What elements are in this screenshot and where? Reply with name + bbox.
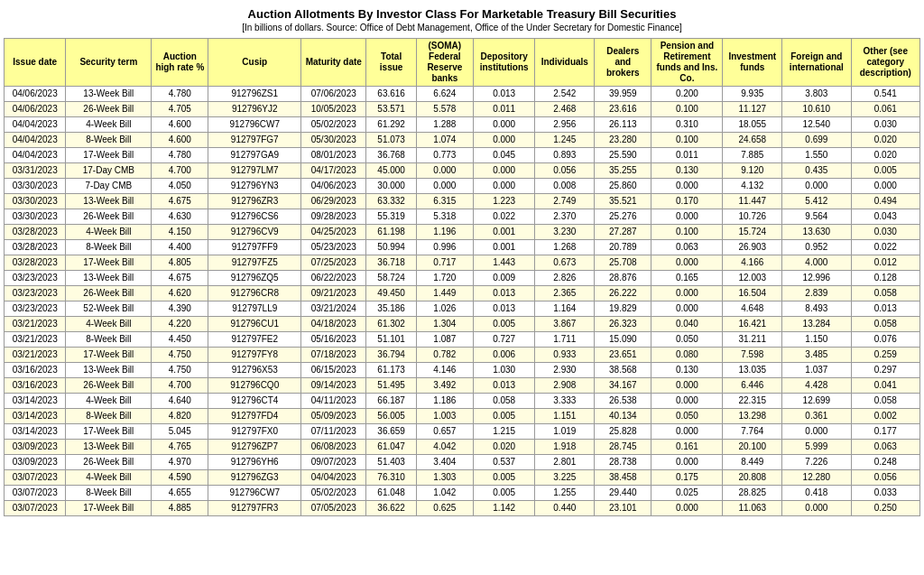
table-cell: 0.259	[851, 348, 919, 363]
table-cell: 8-Week Bill	[66, 409, 152, 424]
table-cell: 1.245	[535, 133, 595, 148]
table-cell: 0.013	[473, 87, 534, 102]
table-cell: 0.541	[851, 87, 919, 102]
table-cell: 36.768	[366, 148, 416, 163]
table-cell: 03/31/2023	[5, 163, 66, 179]
table-cell: 23.616	[595, 102, 651, 117]
table-cell: 912796CT4	[208, 394, 301, 409]
table-cell: 0.000	[851, 179, 919, 194]
table-cell: 0.076	[851, 332, 919, 348]
table-cell: 0.022	[473, 209, 534, 225]
table-cell: 0.000	[651, 455, 723, 470]
table-cell: 03/30/2023	[5, 179, 66, 194]
table-cell: 26.222	[595, 286, 651, 301]
table-cell: 11.447	[723, 194, 782, 209]
table-cell: 05/02/2023	[301, 117, 366, 133]
table-cell: 38.458	[595, 470, 651, 486]
table-cell: 912796YJ2	[208, 102, 301, 117]
table-cell: 4.600	[152, 117, 208, 133]
table-cell: 4.700	[152, 378, 208, 394]
table-cell: 04/11/2023	[301, 394, 366, 409]
table-cell: 3.485	[782, 348, 851, 363]
table-cell: 52-Week Bill	[66, 301, 152, 317]
table-cell: 0.000	[651, 394, 723, 409]
table-cell: 0.006	[473, 348, 534, 363]
table-cell: 0.435	[782, 163, 851, 179]
table-cell: 26.113	[595, 117, 651, 133]
table-cell: 0.100	[651, 225, 723, 240]
table-cell: 0.996	[416, 240, 473, 255]
table-cell: 2.930	[535, 363, 595, 378]
table-cell: 26.323	[595, 317, 651, 332]
table-cell: 0.000	[651, 179, 723, 194]
table-cell: 912797FY8	[208, 348, 301, 363]
table-cell: 28.738	[595, 455, 651, 470]
table-cell: 12.280	[782, 470, 851, 486]
table-cell: 4.780	[152, 148, 208, 163]
table-cell: 0.673	[535, 255, 595, 271]
table-cell: 2.801	[535, 455, 595, 470]
table-cell: 0.000	[782, 424, 851, 440]
table-cell: 51.495	[366, 378, 416, 394]
table-cell: 0.030	[851, 117, 919, 133]
table-cell: 61.198	[366, 225, 416, 240]
table-cell: 0.000	[651, 286, 723, 301]
table-cell: 0.056	[851, 470, 919, 486]
table-cell: 04/04/2023	[301, 470, 366, 486]
table-cell: 12.540	[782, 117, 851, 133]
table-cell: 0.030	[851, 225, 919, 240]
table-cell: 03/14/2023	[5, 394, 66, 409]
table-row: 03/30/202326-Week Bill4.630912796CS609/2…	[5, 209, 920, 225]
table-cell: 12.699	[782, 394, 851, 409]
table-cell: 08/01/2023	[301, 148, 366, 163]
table-cell: 4.390	[152, 301, 208, 317]
table-cell: 26.903	[723, 240, 782, 255]
table-cell: 38.568	[595, 363, 651, 378]
table-cell: 2.365	[535, 286, 595, 301]
table-cell: 03/07/2023	[5, 486, 66, 501]
table-cell: 8.493	[782, 301, 851, 317]
table-cell: 20.100	[723, 440, 782, 455]
table-cell: 04/17/2023	[301, 163, 366, 179]
table-cell: 6.624	[416, 87, 473, 102]
table-cell: 912796ZR3	[208, 194, 301, 209]
table-cell: 0.058	[851, 394, 919, 409]
header-pension: Pension and Retirement funds and Ins. Co…	[651, 39, 723, 87]
table-cell: 63.332	[366, 194, 416, 209]
table-cell: 2.749	[535, 194, 595, 209]
table-cell: 4.590	[152, 470, 208, 486]
table-cell: 4.675	[152, 194, 208, 209]
table-cell: 2.908	[535, 378, 595, 394]
table-cell: 63.616	[366, 87, 416, 102]
table-cell: 03/23/2023	[5, 301, 66, 317]
table-cell: 24.658	[723, 133, 782, 148]
table-cell: 17-Week Bill	[66, 501, 152, 516]
table-cell: 12.996	[782, 271, 851, 286]
table-cell: 0.058	[473, 394, 534, 409]
header-issue-date: Issue date	[5, 39, 66, 87]
table-cell: 29.440	[595, 486, 651, 501]
table-cell: 0.130	[651, 363, 723, 378]
table-row: 03/07/20238-Week Bill4.655912796CW705/02…	[5, 486, 920, 501]
table-row: 03/14/20238-Week Bill4.820912797FD405/09…	[5, 409, 920, 424]
table-row: 04/04/202317-Week Bill4.780912797GA908/0…	[5, 148, 920, 163]
table-cell: 17-Week Bill	[66, 255, 152, 271]
table-cell: 23.101	[595, 501, 651, 516]
table-cell: 4-Week Bill	[66, 225, 152, 240]
table-cell: 03/16/2023	[5, 363, 66, 378]
table-cell: 4.885	[152, 501, 208, 516]
table-cell: 0.310	[651, 117, 723, 133]
table-cell: 35.255	[595, 163, 651, 179]
table-cell: 4.640	[152, 394, 208, 409]
header-cusip: Cusip	[208, 39, 301, 87]
table-cell: 2.826	[535, 271, 595, 286]
table-cell: 09/28/2023	[301, 209, 366, 225]
table-cell: 4-Week Bill	[66, 317, 152, 332]
table-cell: 51.073	[366, 133, 416, 148]
table-cell: 04/06/2023	[5, 102, 66, 117]
table-cell: 1.151	[535, 409, 595, 424]
table-cell: 0.699	[782, 133, 851, 148]
table-cell: 25.860	[595, 179, 651, 194]
table-row: 03/21/20234-Week Bill4.220912796CU104/18…	[5, 317, 920, 332]
table-cell: 8-Week Bill	[66, 240, 152, 255]
